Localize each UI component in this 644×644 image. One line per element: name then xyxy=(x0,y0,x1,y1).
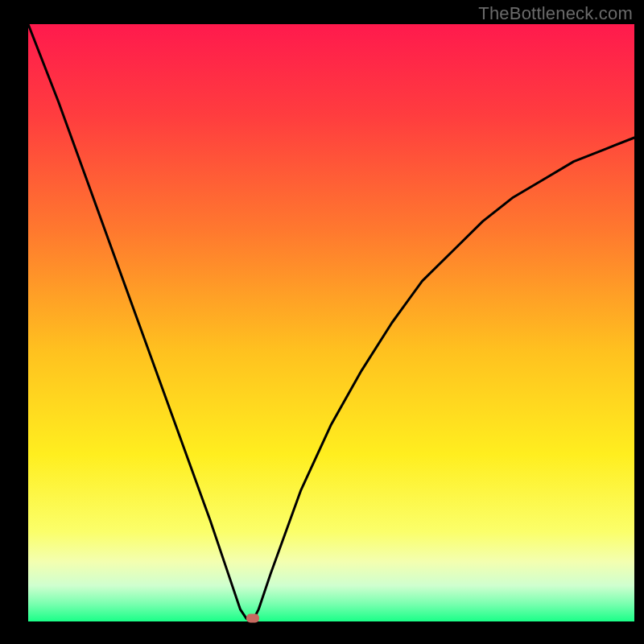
gradient-background xyxy=(28,24,634,621)
bottleneck-chart xyxy=(0,0,644,644)
watermark-text: TheBottleneck.com xyxy=(478,3,633,24)
chart-frame: TheBottleneck.com xyxy=(0,0,644,644)
optimum-marker xyxy=(246,614,259,623)
